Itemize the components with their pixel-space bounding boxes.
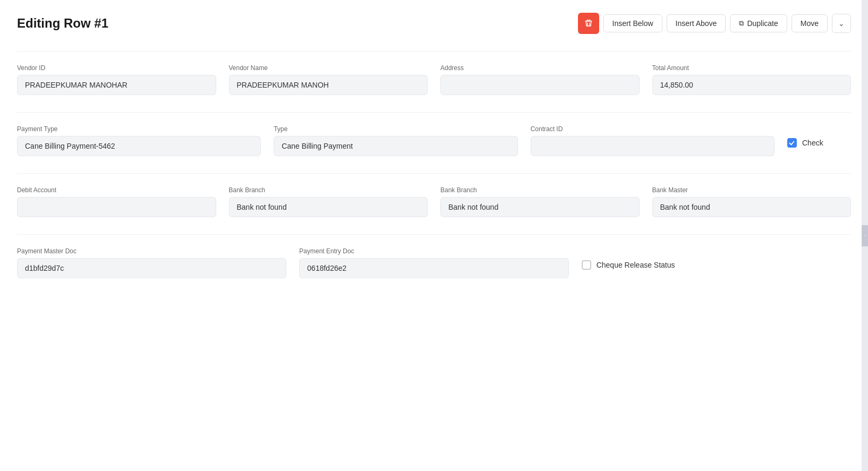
bank-branch-1-input[interactable] xyxy=(229,197,428,217)
chevron-down-button[interactable]: ⌄ xyxy=(832,14,851,33)
divider-3 xyxy=(17,173,851,174)
contract-id-label: Contract ID xyxy=(531,125,775,133)
insert-above-button[interactable]: Insert Above xyxy=(667,14,726,32)
vendor-id-label: Vendor ID xyxy=(17,64,216,72)
bank-branch-2-label: Bank Branch xyxy=(440,186,640,194)
payment-type-row: Payment Type Type Contract ID xyxy=(17,125,851,156)
payment-entry-doc-label: Payment Entry Doc xyxy=(299,247,568,255)
payment-entry-doc-field: Payment Entry Doc xyxy=(299,247,568,278)
insert-below-button[interactable]: Insert Below xyxy=(603,14,662,32)
total-amount-label: Total Amount xyxy=(652,64,852,72)
payment-doc-row: Payment Master Doc Payment Entry Doc Che… xyxy=(17,247,851,278)
debit-account-input[interactable] xyxy=(17,197,216,217)
duplicate-icon: ⧉ xyxy=(739,19,744,28)
address-label: Address xyxy=(440,64,640,72)
edit-row-panel: Editing Row #1 Insert Below Insert Above… xyxy=(0,0,868,471)
checkmark-icon xyxy=(789,140,795,146)
bank-master-field: Bank Master xyxy=(652,186,852,217)
vendor-name-label: Vendor Name xyxy=(229,64,428,72)
divider-1 xyxy=(17,51,851,52)
cheque-release-label: Cheque Release Status xyxy=(597,261,675,269)
divider-2 xyxy=(17,112,851,113)
payment-type-label: Payment Type xyxy=(17,125,261,133)
bank-info-row: Debit Account Bank Branch Bank Branch Ba… xyxy=(17,186,851,217)
payment-type-field: Payment Type xyxy=(17,125,261,156)
trash-icon xyxy=(584,19,593,28)
bank-branch-1-field: Bank Branch xyxy=(229,186,428,217)
payment-master-doc-input[interactable] xyxy=(17,258,286,278)
duplicate-button[interactable]: ⧉ Duplicate xyxy=(730,14,787,32)
address-field: Address xyxy=(440,64,640,95)
type-input[interactable] xyxy=(274,136,517,156)
bank-section: Debit Account Bank Branch Bank Branch Ba… xyxy=(17,186,851,217)
sidebar-scroll-arrow[interactable]: › xyxy=(862,225,868,246)
debit-account-field: Debit Account xyxy=(17,186,216,217)
type-field: Type xyxy=(274,125,517,156)
bank-branch-2-field: Bank Branch xyxy=(440,186,640,217)
bank-master-label: Bank Master xyxy=(652,186,852,194)
bank-branch-2-input[interactable] xyxy=(440,197,640,217)
vendor-id-field: Vendor ID xyxy=(17,64,216,95)
check-label: Check xyxy=(802,139,823,147)
bank-branch-1-label: Bank Branch xyxy=(229,186,428,194)
contract-id-field: Contract ID xyxy=(531,125,775,156)
payment-entry-doc-input[interactable] xyxy=(299,258,568,278)
total-amount-input[interactable] xyxy=(652,75,852,95)
vendor-id-input[interactable] xyxy=(17,75,216,95)
page-title: Editing Row #1 xyxy=(17,16,108,31)
divider-4 xyxy=(17,234,851,235)
chevron-down-icon: ⌄ xyxy=(838,19,845,28)
cheque-release-checkbox[interactable] xyxy=(582,260,591,270)
check-checkbox[interactable] xyxy=(787,138,797,148)
address-input[interactable] xyxy=(440,75,640,95)
vendor-info-row: Vendor ID Vendor Name Address Total Amou… xyxy=(17,64,851,95)
vendor-name-input[interactable] xyxy=(229,75,428,95)
debit-account-label: Debit Account xyxy=(17,186,216,194)
contract-id-input[interactable] xyxy=(531,136,775,156)
header-actions: Insert Below Insert Above ⧉ Duplicate Mo… xyxy=(578,13,851,34)
vendor-name-field: Vendor Name xyxy=(229,64,428,95)
check-checkbox-group: Check xyxy=(787,125,851,156)
type-label: Type xyxy=(274,125,517,133)
sidebar-edge: › xyxy=(862,0,868,471)
header: Editing Row #1 Insert Below Insert Above… xyxy=(17,13,851,34)
move-button[interactable]: Move xyxy=(792,14,828,32)
delete-button[interactable] xyxy=(578,13,599,34)
bank-master-input[interactable] xyxy=(652,197,852,217)
payment-section: Payment Type Type Contract ID xyxy=(17,125,851,156)
vendor-section: Vendor ID Vendor Name Address Total Amou… xyxy=(17,64,851,95)
payment-master-doc-label: Payment Master Doc xyxy=(17,247,286,255)
cheque-release-checkbox-group: Cheque Release Status xyxy=(582,247,851,278)
total-amount-field: Total Amount xyxy=(652,64,852,95)
payment-type-input[interactable] xyxy=(17,136,261,156)
payment-master-doc-field: Payment Master Doc xyxy=(17,247,286,278)
payment-doc-section: Payment Master Doc Payment Entry Doc Che… xyxy=(17,247,851,278)
